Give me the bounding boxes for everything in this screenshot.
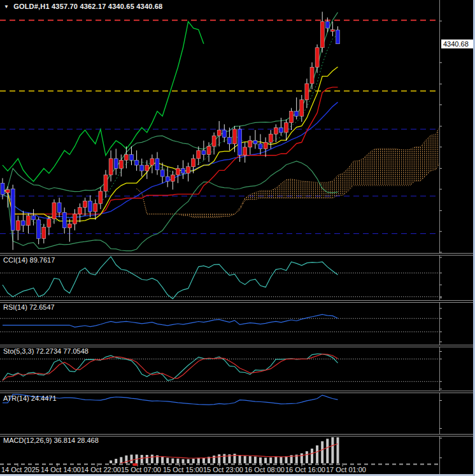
time-axis-label: 14 Oct 2025 — [1, 466, 39, 473]
time-axis-label: 14 Oct 14:00 — [41, 466, 81, 473]
time-axis-marker — [132, 463, 138, 466]
pane-separator[interactable] — [0, 253, 475, 256]
rsi-indicator-label: RSI(14) 72.6547 — [3, 303, 55, 311]
current-price-badge: 4340.68 — [441, 40, 475, 48]
time-axis-label: 16 Oct 08:00 — [245, 466, 285, 473]
symbol-dropdown-icon: ▼ — [4, 4, 9, 10]
time-axis[interactable]: 14 Oct 202514 Oct 14:0014 Oct 22:0015 Oc… — [0, 463, 475, 475]
time-axis-label: 15 Oct 23:00 — [203, 466, 243, 473]
cci-indicator-label: CCI(14) 89.7617 — [3, 256, 55, 264]
time-axis-label: 14 Oct 22:00 — [81, 466, 121, 473]
trading-chart-window: { "title": { "symbol": "GOLD#", "timefra… — [0, 0, 475, 476]
atr-indicator-label: ATR(14) 24.4471 — [3, 394, 57, 402]
price-axis[interactable]: 4368.654317.654291.404265.904239.654214.… — [439, 0, 475, 463]
chart-ohlc-title: ▼GOLD#,H1 4357.70 4362.17 4340.65 4340.6… — [4, 3, 162, 10]
chart-canvas[interactable] — [0, 0, 475, 476]
time-axis-label: 15 Oct 15:00 — [163, 466, 203, 473]
pane-separator[interactable] — [0, 391, 475, 393]
pane-separator[interactable] — [0, 300, 475, 303]
time-axis-label: 17 Oct 01:00 — [326, 466, 366, 473]
sto-indicator-label: Sto(5,3,3) 72.2734 77.0548 — [3, 347, 89, 355]
macd-indicator-label: MACD(12,26,9) 36.814 28.468 — [3, 436, 99, 444]
time-axis-label: 15 Oct 07:00 — [121, 466, 161, 473]
title-text: GOLD#,H1 4357.70 4362.17 4340.65 4340.68 — [13, 3, 162, 10]
time-axis-label: 16 Oct 16:00 — [285, 466, 325, 473]
